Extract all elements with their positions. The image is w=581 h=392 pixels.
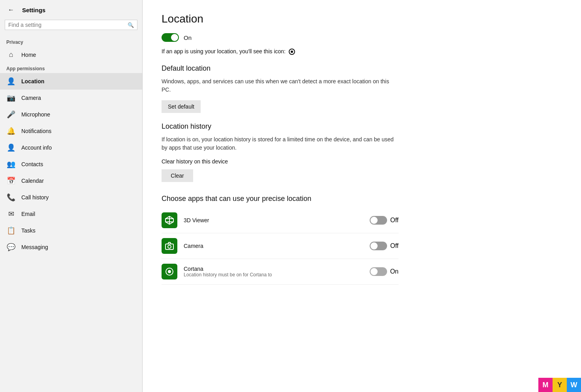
location-history-heading: Location history bbox=[162, 122, 562, 131]
svg-point-5 bbox=[168, 245, 171, 248]
app-sub-cortana: Location history must be on for Cortana … bbox=[184, 272, 370, 278]
location-toggle[interactable] bbox=[162, 33, 179, 42]
toggle-thumb bbox=[171, 34, 178, 41]
sidebar-item-label-messaging: Messaging bbox=[21, 244, 48, 250]
sidebar-item-calendar[interactable]: 📅 Calendar bbox=[0, 173, 142, 189]
sidebar-item-label-account-info: Account info bbox=[21, 144, 52, 151]
icon-info-text: If an app is using your location, you'll… bbox=[162, 48, 562, 55]
notifications-nav-icon: 🔔 bbox=[6, 127, 16, 135]
sidebar-item-camera[interactable]: 📷 Camera bbox=[0, 90, 142, 106]
search-icon: 🔍 bbox=[128, 22, 134, 28]
calendar-nav-icon: 📅 bbox=[6, 176, 16, 185]
app-row-camera: Camera Off bbox=[162, 233, 399, 259]
camera-nav-icon: 📷 bbox=[6, 94, 16, 102]
sidebar-item-tasks[interactable]: 📋 Tasks bbox=[0, 222, 142, 239]
sidebar-item-label-location: Location bbox=[21, 78, 44, 84]
sidebar-item-label-notifications: Notifications bbox=[21, 128, 51, 134]
app-toggle-label-cortana: On bbox=[390, 268, 399, 275]
sidebar-item-label-email: Email bbox=[21, 211, 35, 217]
sidebar-item-contacts[interactable]: 👥 Contacts bbox=[0, 156, 142, 173]
location-indicator-dot bbox=[291, 51, 293, 53]
toggle-thumb-camera bbox=[370, 242, 378, 249]
sidebar-item-call-history[interactable]: 📞 Call history bbox=[0, 189, 142, 206]
svg-point-7 bbox=[168, 270, 171, 273]
watermark: M Y W bbox=[538, 378, 581, 392]
contacts-nav-icon: 👥 bbox=[6, 160, 16, 169]
app-toggle-label-camera: Off bbox=[390, 242, 399, 249]
sidebar-item-messaging[interactable]: 💬 Messaging bbox=[0, 239, 142, 255]
main-content: Location On If an app is using your loca… bbox=[143, 0, 581, 392]
app-toggle-cortana[interactable] bbox=[370, 267, 387, 276]
messaging-nav-icon: 💬 bbox=[6, 243, 16, 251]
location-history-desc: If location is on, your location history… bbox=[162, 135, 399, 152]
sidebar-item-label-camera: Camera bbox=[21, 95, 41, 101]
toggle-on-label: On bbox=[184, 34, 192, 41]
cortana-info: Cortana Location history must be on for … bbox=[184, 266, 370, 278]
app-row-3d-viewer: 3D Viewer Off bbox=[162, 208, 399, 233]
sidebar-title: Settings bbox=[22, 7, 45, 13]
location-nav-icon: 👤 bbox=[6, 77, 16, 86]
tasks-nav-icon: 📋 bbox=[6, 226, 16, 235]
app-toggle-row-3d-viewer: Off bbox=[370, 216, 399, 225]
app-icon-3d-viewer bbox=[162, 212, 177, 228]
search-box[interactable]: 🔍 bbox=[5, 20, 137, 30]
watermark-inner: M Y W bbox=[538, 378, 581, 392]
home-icon: ⌂ bbox=[6, 51, 16, 59]
icon-info-text-content: If an app is using your location, you'll… bbox=[162, 48, 286, 54]
default-location-desc: Windows, apps, and services can use this… bbox=[162, 77, 399, 94]
app-toggle-3d-viewer[interactable] bbox=[370, 216, 387, 225]
email-nav-icon: ✉ bbox=[6, 210, 16, 218]
call-history-nav-icon: 📞 bbox=[6, 193, 16, 202]
search-input[interactable] bbox=[8, 22, 128, 28]
sidebar: ← Settings 🔍 Privacy ⌂ Home App permissi… bbox=[0, 0, 142, 392]
privacy-label: Privacy bbox=[0, 36, 142, 47]
clear-button[interactable]: Clear bbox=[162, 169, 193, 182]
app-row-cortana: Cortana Location history must be on for … bbox=[162, 259, 399, 285]
app-icon-cortana bbox=[162, 264, 177, 279]
app-permissions-label: App permissions bbox=[0, 63, 142, 73]
page-title: Location bbox=[162, 13, 562, 25]
app-toggle-row-camera: Off bbox=[370, 242, 399, 250]
account-info-nav-icon: 👤 bbox=[6, 143, 16, 152]
sidebar-item-label-calendar: Calendar bbox=[21, 178, 44, 184]
sidebar-item-label-home: Home bbox=[21, 52, 36, 58]
microphone-nav-icon: 🎤 bbox=[6, 110, 16, 119]
watermark-w: W bbox=[567, 378, 581, 392]
choose-apps-heading: Choose apps that can use your precise lo… bbox=[162, 195, 562, 203]
default-location-heading: Default location bbox=[162, 64, 562, 73]
location-indicator-icon bbox=[289, 49, 295, 55]
sidebar-item-label-contacts: Contacts bbox=[21, 161, 43, 167]
sidebar-item-location[interactable]: 👤 Location bbox=[0, 73, 142, 90]
location-toggle-row: On bbox=[162, 33, 562, 42]
sidebar-item-label-microphone: Microphone bbox=[21, 111, 50, 118]
watermark-y: Y bbox=[553, 378, 567, 392]
sidebar-item-account-info[interactable]: 👤 Account info bbox=[0, 139, 142, 156]
toggle-thumb-cortana bbox=[370, 268, 378, 275]
sidebar-item-label-tasks: Tasks bbox=[21, 227, 36, 234]
sidebar-item-label-call-history: Call history bbox=[21, 194, 49, 201]
sidebar-header: ← Settings bbox=[0, 0, 142, 18]
app-icon-camera bbox=[162, 238, 177, 254]
app-toggle-camera[interactable] bbox=[370, 242, 387, 250]
clear-history-label: Clear history on this device bbox=[162, 158, 562, 165]
sidebar-item-home[interactable]: ⌂ Home bbox=[0, 47, 142, 63]
watermark-m: M bbox=[538, 378, 553, 392]
set-default-button[interactable]: Set default bbox=[162, 100, 201, 113]
app-toggle-label-3d-viewer: Off bbox=[390, 217, 399, 224]
sidebar-item-notifications[interactable]: 🔔 Notifications bbox=[0, 123, 142, 139]
toggle-thumb-3d-viewer bbox=[370, 217, 378, 224]
sidebar-item-email[interactable]: ✉ Email bbox=[0, 206, 142, 222]
app-name-3d-viewer: 3D Viewer bbox=[184, 217, 370, 223]
app-name-camera: Camera bbox=[184, 243, 370, 249]
sidebar-item-microphone[interactable]: 🎤 Microphone bbox=[0, 106, 142, 123]
app-name-cortana: Cortana bbox=[184, 266, 370, 272]
app-toggle-row-cortana: On bbox=[370, 267, 399, 276]
back-button[interactable]: ← bbox=[5, 5, 17, 15]
